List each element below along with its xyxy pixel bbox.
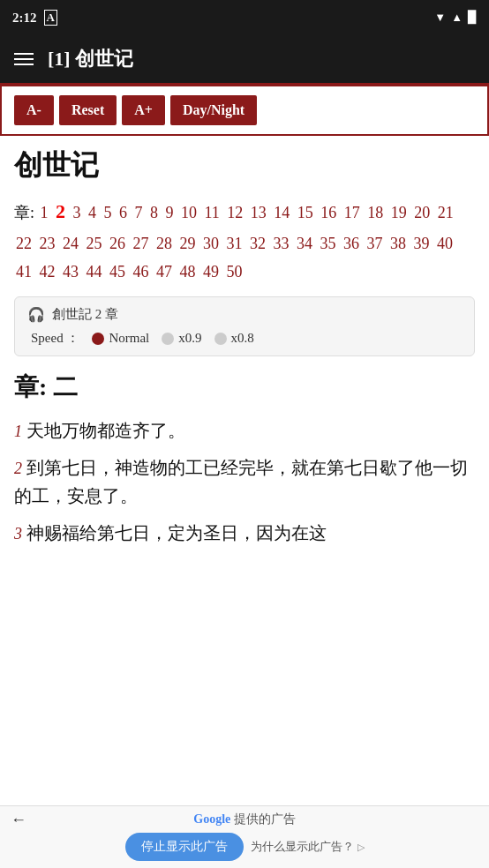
chapter-link-29[interactable]: 29 <box>180 235 196 252</box>
font-decrease-button[interactable]: A- <box>14 95 54 125</box>
chapter-link-32[interactable]: 32 <box>250 235 266 252</box>
ad-google-label: Google 提供的广告 <box>193 812 296 827</box>
ad-top-row: ← Google 提供的广告 <box>9 812 480 827</box>
stop-ad-button[interactable]: 停止显示此广告 <box>125 833 244 861</box>
chapter-link-31[interactable]: 31 <box>227 235 243 252</box>
chapter-link-7[interactable]: 7 <box>135 204 143 221</box>
chapter-label: 章: <box>14 204 39 221</box>
speed-row: Speed ： Normal x0.9 x0.8 <box>31 330 462 347</box>
battery-icon: ▉ <box>468 11 477 25</box>
chapter-link-4[interactable]: 4 <box>88 204 96 221</box>
verse-text-2: 到第七日，神造物的工已经完毕，就在第七日歇了他一切的工，安息了。 <box>14 458 468 505</box>
chapter-nav: 章: 1 2 3 4 5 6 7 8 9 10 11 12 13 14 15 1… <box>14 194 475 286</box>
chapter-link-23[interactable]: 23 <box>40 235 56 252</box>
speed-09-label: x0.9 <box>178 331 201 346</box>
chapter-link-28[interactable]: 28 <box>156 235 172 252</box>
chapter-link-24[interactable]: 24 <box>63 235 79 252</box>
font-increase-button[interactable]: A+ <box>122 95 165 125</box>
speed-option-09[interactable]: x0.9 <box>162 331 201 346</box>
chapter-link-34[interactable]: 34 <box>297 235 312 252</box>
chapter-link-47[interactable]: 47 <box>156 263 172 281</box>
chapter-link-17[interactable]: 17 <box>344 204 360 221</box>
verse-1: 1 天地万物都造齐了。 <box>14 416 475 445</box>
audio-title: 創世記 2 章 <box>52 306 118 323</box>
chapter-link-45[interactable]: 45 <box>109 263 125 281</box>
chapter-link-20[interactable]: 20 <box>414 204 430 221</box>
verse-num-1: 1 <box>14 423 22 440</box>
day-night-button[interactable]: Day/Night <box>170 95 257 125</box>
chapter-link-12[interactable]: 12 <box>227 204 243 221</box>
headphone-icon: 🎧 <box>27 306 45 323</box>
signal-icon: ▲ <box>451 11 463 25</box>
chapter-link-39[interactable]: 39 <box>414 235 430 252</box>
book-title: 创世记 <box>14 146 475 185</box>
chapter-link-15[interactable]: 15 <box>297 204 313 221</box>
google-text: Google <box>193 812 230 826</box>
chapter-link-26[interactable]: 26 <box>109 235 125 252</box>
chapter-link-36[interactable]: 36 <box>343 235 359 252</box>
ad-bottom-row: 停止显示此广告 为什么显示此广告？ ▷ <box>125 833 365 861</box>
chapter-link-8[interactable]: 8 <box>150 204 158 221</box>
chapter-link-42[interactable]: 42 <box>40 263 56 281</box>
chapter-link-50[interactable]: 50 <box>227 263 243 281</box>
speed-option-normal[interactable]: Normal <box>92 331 149 346</box>
wifi-icon: ▼ <box>434 11 446 25</box>
chapter-link-37[interactable]: 37 <box>367 235 383 252</box>
ad-bar: ← Google 提供的广告 停止显示此广告 为什么显示此广告？ ▷ <box>0 805 489 868</box>
chapter-link-5[interactable]: 5 <box>104 204 112 221</box>
verse-text-1: 天地万物都造齐了。 <box>26 421 185 440</box>
verse-num-2: 2 <box>14 460 22 477</box>
why-ad-label: 为什么显示此广告？ <box>251 839 354 855</box>
chapter-link-13[interactable]: 13 <box>251 204 267 221</box>
reset-button[interactable]: Reset <box>59 95 117 125</box>
chapter-link-2[interactable]: 2 <box>56 200 65 222</box>
chapter-heading: 章: 二 <box>14 370 475 404</box>
why-ad-button[interactable]: 为什么显示此广告？ ▷ <box>251 839 365 855</box>
chapter-link-40[interactable]: 40 <box>437 235 453 252</box>
speed-08-label: x0.8 <box>231 331 254 346</box>
chapter-link-41[interactable]: 41 <box>16 263 32 281</box>
chapter-link-10[interactable]: 10 <box>181 204 197 221</box>
chapter-link-48[interactable]: 48 <box>180 263 196 281</box>
chapter-link-11[interactable]: 11 <box>205 204 220 221</box>
chapter-link-1[interactable]: 1 <box>41 204 49 221</box>
chapter-link-49[interactable]: 49 <box>203 263 219 281</box>
speed-option-08[interactable]: x0.8 <box>214 331 254 346</box>
chapter-link-35[interactable]: 35 <box>320 235 336 252</box>
speed-normal-label: Normal <box>109 331 149 346</box>
ad-provided-text: 提供的广告 <box>234 812 296 826</box>
main-content: 创世记 章: 1 2 3 4 5 6 7 8 9 10 11 12 13 14 … <box>0 136 489 566</box>
chapter-link-44[interactable]: 44 <box>87 263 102 281</box>
chapter-link-46[interactable]: 46 <box>133 263 149 281</box>
chapter-link-30[interactable]: 30 <box>203 235 219 252</box>
chapter-link-6[interactable]: 6 <box>119 204 127 221</box>
chapter-link-3[interactable]: 3 <box>73 204 81 221</box>
radio-normal[interactable] <box>92 333 104 345</box>
hamburger-menu[interactable] <box>14 53 34 65</box>
chapter-link-21[interactable]: 21 <box>438 204 454 221</box>
chapter-link-14[interactable]: 14 <box>274 204 290 221</box>
chapter-link-18[interactable]: 18 <box>367 204 383 221</box>
chapter-link-43[interactable]: 43 <box>63 263 79 281</box>
audio-player: 🎧 創世記 2 章 Speed ： Normal x0.9 x0.8 <box>14 296 475 356</box>
chapter-link-33[interactable]: 33 <box>274 235 290 252</box>
radio-09[interactable] <box>162 333 174 345</box>
radio-08[interactable] <box>214 333 227 345</box>
verse-text-3: 神赐福给第七日，定为圣日，因为在这 <box>26 523 327 542</box>
verse-2: 2 到第七日，神造物的工已经完毕，就在第七日歇了他一切的工，安息了。 <box>14 453 475 510</box>
chapter-link-22[interactable]: 22 <box>16 235 32 252</box>
chapter-link-25[interactable]: 25 <box>87 235 102 252</box>
nav-bar: [1] 创世记 <box>0 35 489 85</box>
controls-row: A- Reset A+ Day/Night <box>0 85 489 136</box>
ad-back-button[interactable]: ← <box>11 811 26 829</box>
speed-label: Speed ： <box>31 330 79 347</box>
audio-title-row: 🎧 創世記 2 章 <box>27 306 462 323</box>
android-icon: A <box>44 10 57 26</box>
chapter-link-19[interactable]: 19 <box>391 204 407 221</box>
status-time: 2:12 <box>12 11 37 26</box>
chapter-link-38[interactable]: 38 <box>390 235 406 252</box>
chapter-link-9[interactable]: 9 <box>166 204 174 221</box>
verse-3: 3 神赐福给第七日，定为圣日，因为在这 <box>14 519 475 547</box>
chapter-link-16[interactable]: 16 <box>320 204 336 221</box>
chapter-link-27[interactable]: 27 <box>133 235 149 252</box>
